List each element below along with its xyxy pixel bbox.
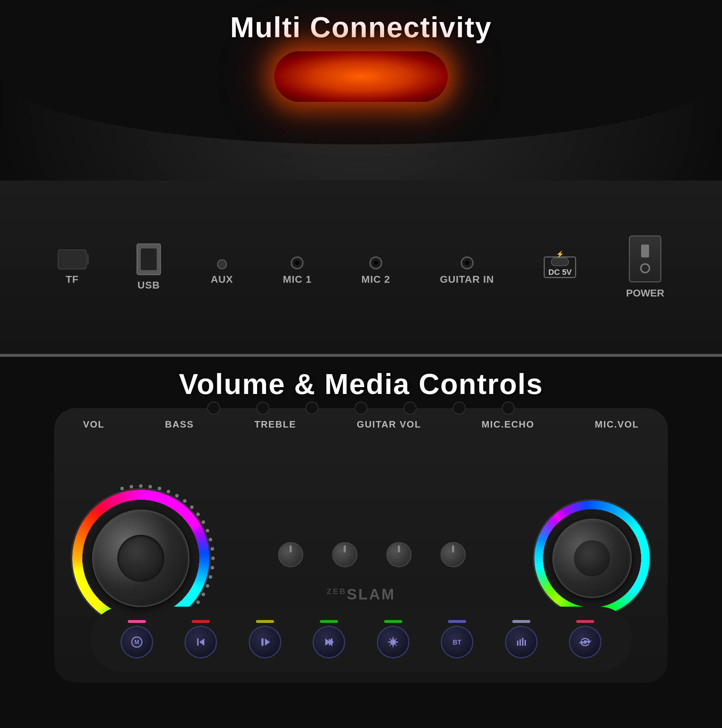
light-button-group bbox=[377, 620, 409, 658]
mic-vol-knob-center bbox=[574, 540, 610, 577]
svg-line-45 bbox=[395, 638, 397, 640]
svg-marker-34 bbox=[265, 638, 270, 646]
control-panel: VOL BASS TREBLE GUITAR VOL MIC.ECHO MIC.… bbox=[54, 408, 668, 682]
next-button[interactable] bbox=[313, 626, 345, 658]
svg-rect-49 bbox=[519, 639, 521, 646]
guitar-in-port-item: GUITAR IN bbox=[440, 249, 494, 285]
svg-line-46 bbox=[389, 644, 391, 646]
mic-echo-label: MIC.ECHO bbox=[482, 419, 534, 430]
bluetooth-indicator bbox=[448, 620, 466, 623]
guitar-in-jack bbox=[461, 256, 474, 269]
eq-indicator bbox=[512, 620, 530, 623]
guitar-vol-label: GUITAR VOL bbox=[357, 419, 421, 430]
mic-echo-knob[interactable] bbox=[440, 542, 466, 567]
svg-point-1 bbox=[148, 485, 152, 488]
next-indicator bbox=[320, 620, 338, 623]
usb-socket bbox=[136, 243, 161, 275]
svg-point-13 bbox=[211, 566, 214, 569]
svg-point-38 bbox=[390, 639, 396, 645]
guitar-vol-knob[interactable] bbox=[386, 542, 412, 567]
svg-rect-37 bbox=[331, 638, 333, 646]
switch-on-indicator bbox=[641, 245, 649, 257]
vol-label: VOL bbox=[83, 419, 104, 430]
vol-dash-arc bbox=[72, 490, 209, 627]
orange-light-bar bbox=[274, 51, 448, 102]
mic-vol-knob-container bbox=[534, 500, 650, 616]
eq-icon bbox=[515, 636, 528, 648]
play-pause-indicator bbox=[256, 620, 274, 623]
mode-button[interactable]: M bbox=[121, 626, 153, 658]
repeat-button-group bbox=[569, 620, 601, 658]
next-icon bbox=[322, 636, 335, 648]
svg-point-11 bbox=[211, 547, 214, 550]
bluetooth-button[interactable]: BT bbox=[441, 626, 473, 658]
small-btn-7 bbox=[502, 402, 515, 414]
svg-line-43 bbox=[389, 638, 391, 640]
svg-line-44 bbox=[395, 644, 397, 646]
svg-point-12 bbox=[211, 557, 215, 560]
light-icon bbox=[387, 636, 400, 648]
dc-port-item: ⚡ DC 5V bbox=[544, 256, 576, 278]
svg-rect-48 bbox=[517, 641, 518, 646]
mic-vol-label: MIC.VOL bbox=[595, 419, 639, 430]
repeat-button[interactable] bbox=[569, 626, 601, 658]
svg-marker-31 bbox=[199, 638, 205, 646]
light-button[interactable] bbox=[377, 626, 409, 658]
top-section: Multi Connectivity TF USB AUX bbox=[0, 0, 722, 354]
mic-vol-knob-inner bbox=[553, 518, 632, 598]
light-indicator bbox=[384, 620, 402, 623]
multi-connectivity-title: Multi Connectivity bbox=[230, 11, 492, 44]
usb-label: USB bbox=[137, 280, 160, 291]
mic-vol-knob-outer[interactable] bbox=[534, 500, 650, 616]
dc-box: ⚡ DC 5V bbox=[544, 256, 576, 278]
next-button-group bbox=[313, 620, 345, 658]
mic2-label: MIC 2 bbox=[361, 274, 390, 285]
svg-point-52 bbox=[583, 640, 587, 644]
dc-box-label: DC 5V bbox=[548, 268, 572, 277]
treble-knob[interactable] bbox=[332, 542, 357, 567]
small-knob-group bbox=[278, 542, 466, 567]
svg-point-28 bbox=[130, 485, 133, 488]
previous-button[interactable] bbox=[185, 626, 217, 658]
switch-off-indicator bbox=[640, 263, 650, 273]
usb-c-port bbox=[551, 257, 569, 266]
play-pause-button-group bbox=[249, 620, 281, 658]
dc-lightning-icon: ⚡ bbox=[556, 250, 564, 258]
tf-port-item: TF bbox=[58, 249, 87, 285]
power-switch[interactable] bbox=[629, 236, 661, 282]
svg-rect-33 bbox=[261, 638, 264, 646]
power-label: POWER bbox=[626, 288, 664, 299]
mic1-label: MIC 1 bbox=[283, 274, 312, 285]
bottom-section: Volume & Media Controls VOL BASS TREBLE … bbox=[0, 357, 722, 728]
eq-button[interactable] bbox=[505, 626, 537, 658]
bass-knob[interactable] bbox=[278, 542, 303, 567]
ports-area: TF USB AUX MIC 1 bbox=[36, 199, 686, 336]
mic1-port-item: MIC 1 bbox=[283, 249, 312, 285]
top-small-buttons bbox=[207, 402, 515, 414]
eq-button-group bbox=[505, 620, 537, 658]
repeat-indicator bbox=[576, 620, 594, 623]
brand-area: ZEBSLAM bbox=[327, 586, 396, 603]
usb-port-item: USB bbox=[136, 243, 161, 291]
mic2-jack bbox=[369, 256, 382, 269]
small-btn-5 bbox=[404, 402, 417, 414]
section-divider bbox=[0, 354, 722, 357]
guitar-in-label: GUITAR IN bbox=[440, 274, 494, 285]
bluetooth-icon: BT bbox=[450, 636, 464, 648]
mic2-port-item: MIC 2 bbox=[361, 249, 390, 285]
aux-label: AUX bbox=[211, 274, 233, 285]
small-btn-2 bbox=[256, 402, 269, 414]
svg-rect-51 bbox=[525, 640, 526, 646]
play-pause-button[interactable] bbox=[249, 626, 281, 658]
treble-label: TREBLE bbox=[255, 419, 296, 430]
small-btn-4 bbox=[354, 402, 368, 414]
svg-rect-32 bbox=[197, 638, 198, 646]
repeat-icon bbox=[579, 636, 592, 648]
svg-point-0 bbox=[139, 484, 143, 488]
aux-port-item: AUX bbox=[211, 249, 233, 285]
aux-jack bbox=[217, 259, 227, 269]
mic1-jack bbox=[291, 256, 304, 269]
power-switch-area: POWER bbox=[626, 236, 664, 299]
small-btn-1 bbox=[207, 402, 220, 414]
svg-text:BT: BT bbox=[453, 639, 461, 646]
